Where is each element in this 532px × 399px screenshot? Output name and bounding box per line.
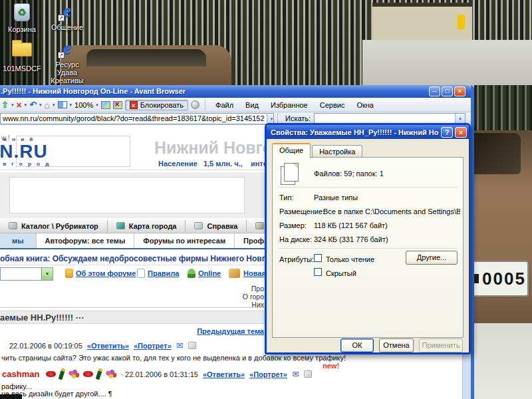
hidden-checkbox[interactable] [314,268,322,276]
search-input[interactable]: ▾ [314,113,466,124]
previous-topic-link[interactable]: Предыдущая тема [186,327,264,335]
portrait-link[interactable]: «Портрет» [249,370,287,378]
post1-text: чить страницы сайта? Это ужас какой то, … [1,354,346,362]
post2-author[interactable]: cashman [2,369,39,379]
nav-label: Каталог \ Рубрикатор [21,222,98,230]
nav-help[interactable]: Справка [186,220,247,231]
desktop-icon-label: Общение [45,23,89,31]
license-plate-number: 0005 [482,269,526,289]
dialog-help-button[interactable]: ? [441,127,453,138]
quote-page-icon[interactable] [188,342,196,349]
zoom-level[interactable]: 100% [74,101,93,109]
minimize-button[interactable]: ─ [429,86,440,96]
catalog-icon [9,222,17,229]
post1-date: 22.01.2006 в 00:19:05 [9,342,82,350]
home-button-icon[interactable]: ⌂ [45,100,50,110]
online-link[interactable]: Online [198,269,221,277]
rules-icon [137,269,145,278]
tab-autoforum[interactable]: Автофорум: все темы [37,233,135,248]
files-icon [281,163,305,187]
nav-city-map[interactable]: Карта города [108,220,186,231]
map-icon [116,222,125,229]
new-topic-icon [229,269,240,278]
right-fragment[interactable]: О горо [200,293,264,301]
dialog-titlebar[interactable]: Свойства: Уважаемые НН_Ру!!!!!! - Нижний… [267,125,469,139]
browser-titlebar[interactable]: .Ру!!!!!! - Нижний Новгород On-Line - Av… [0,85,471,98]
desktop-icon-obschenie[interactable]: e ↗ Общение [45,1,89,31]
desktop-icon-recycle-bin[interactable]: ♻ Корзина [0,3,44,33]
search-dropdown-icon[interactable]: ▾ [455,114,465,124]
help-book-icon [194,222,203,229]
readonly-checkbox[interactable] [314,254,322,262]
tab-interest-forums[interactable]: Форумы по интересам [134,233,235,248]
hidden-label: Скрытый [326,269,356,277]
cancel-button[interactable]: Отмена [379,338,414,352]
flowers-emoticon [68,370,79,378]
row-value: Разные типы [314,194,358,201]
forum-section-select[interactable]: ▾ [0,267,53,281]
reply-link[interactable]: «Ответить» [203,370,245,378]
reply-link[interactable]: «Ответить» [87,342,129,350]
menu-windows[interactable]: Окна [352,100,378,110]
desktop-icon-101msdcf[interactable]: 101MSDCF [0,39,44,72]
menu-view[interactable]: Вид [241,100,263,110]
menu-file[interactable]: Файл [211,100,238,110]
pencil-icon [255,222,264,229]
desktop-icon-label: Корзина [0,25,44,33]
portrait-link[interactable]: «Портрет» [134,342,172,350]
dropdown-icon[interactable]: ▾ [53,102,55,108]
block-images-icon[interactable] [113,101,122,109]
wallpaper-car-rear-window [474,133,521,174]
new-badge: new! [323,362,339,370]
desktop-icon-resurs[interactable]: e ↗ Ресурс Удава Креативы [45,39,89,84]
images-icon[interactable] [101,101,110,109]
split-view-icon[interactable] [58,101,67,108]
about-forum-link[interactable]: Об этом форуме [76,269,136,277]
addressbar-separator [277,114,281,123]
dropdown-icon[interactable]: ▾ [25,102,27,108]
address-dropdown-icon[interactable]: ▾ [267,114,274,124]
browser-title: .Ру!!!!!! - Нижний Новгород On-Line - Av… [1,87,186,95]
close-button[interactable]: × [454,86,466,96]
stop-button-icon[interactable]: × [16,100,21,110]
select-dropdown-icon[interactable]: ▾ [41,268,53,280]
block-button[interactable]: × Блокировать [125,100,188,110]
nnru-logo[interactable]: н и ж н и й NN.RU н о в г о р о д [0,136,51,167]
row-label: На диске: [279,235,312,243]
attributes-label: Атрибуты: [279,255,314,263]
nav-label: Справка [207,222,237,230]
wallpaper-car-windshield [86,49,206,66]
other-attributes-button[interactable]: Другие... [406,251,458,265]
dialog-tab-settings[interactable]: Настройка [312,145,362,158]
envelope-icon[interactable]: ✉ [176,340,184,350]
ok-button[interactable]: ОК [340,338,374,352]
desktop-icon-label: Ресурс Удава Креативы [45,61,89,84]
desktop: 0005 ♻ Корзина e ↗ Общение 101MSDCF e ↗ … [0,0,532,399]
dropdown-icon[interactable]: ▾ [39,102,42,108]
undo-button-icon[interactable]: ↶ [29,100,37,110]
wallpaper-yellow-sign [458,15,465,29]
envelope-icon[interactable]: ✉ [292,369,299,379]
search-label: Искать: [285,114,311,122]
bottle-emoticon [96,368,103,380]
dropdown-icon[interactable]: ▾ [70,102,72,108]
menu-favorites[interactable]: Избранное [266,100,313,110]
tab-forums[interactable]: мы [0,233,37,248]
dropdown-icon[interactable]: ▾ [11,102,14,108]
apply-button[interactable]: Применить [419,338,463,352]
dialog-tab-general[interactable]: Общие [272,143,311,158]
address-input[interactable]: www.nn.ru/community/gorod/black/?do=read… [0,113,274,124]
up-button-icon[interactable]: ⇧ [1,100,9,110]
dialog-tabs: Общие Настройка [272,143,364,158]
right-fragment[interactable]: Про [200,285,264,293]
maximize-button[interactable]: □ [442,86,453,96]
quote-page-icon[interactable] [304,370,312,378]
menu-tools[interactable]: Сервис [315,100,350,110]
row-value: 324 КБ (331 776 байт) [314,235,388,243]
row-on-disk: На диске: 324 КБ (331 776 байт) [279,235,312,243]
dropdown-icon[interactable]: ▾ [96,102,98,108]
dialog-close-button[interactable]: × [455,127,467,138]
nav-catalog[interactable]: Каталог \ Рубрикатор [0,220,108,231]
rules-link[interactable]: Правила [148,269,179,277]
dialog-title: Свойства: Уважаемые НН_Ру!!!!!! - Нижний… [271,128,439,136]
